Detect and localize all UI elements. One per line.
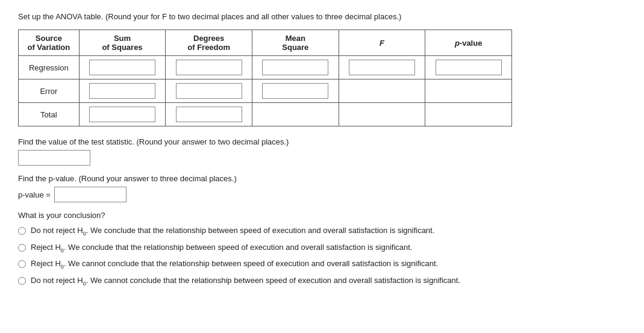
test-statistic-input-wrapper [18, 150, 626, 166]
input-error-ms[interactable] [262, 83, 328, 99]
radio-opt4-label: Do not reject H0. We cannot conclude tha… [31, 276, 460, 287]
header-pvalue: p-value [425, 30, 512, 56]
input-regression-f[interactable] [349, 60, 415, 75]
cell-error-ss[interactable] [79, 79, 166, 103]
cell-regression-pvalue[interactable] [425, 56, 512, 79]
input-regression-pvalue[interactable] [436, 60, 502, 75]
pvalue-input-wrapper: p-value = [18, 187, 626, 202]
cell-error-ms[interactable] [252, 79, 339, 103]
cell-total-ss[interactable] [79, 103, 166, 126]
table-row: Regression [19, 56, 512, 79]
input-regression-ss[interactable] [89, 60, 155, 75]
input-error-df[interactable] [176, 83, 242, 99]
input-regression-df[interactable] [176, 60, 242, 75]
table-row: Error [19, 79, 512, 103]
header-mean: MeanSquare [252, 30, 339, 56]
input-error-ss[interactable] [89, 83, 155, 99]
pvalue-section: Find the p-value. (Round your answer to … [18, 174, 626, 202]
pvalue-find-label: Find the p-value. (Round your answer to … [18, 174, 626, 183]
cell-regression-df[interactable] [166, 56, 252, 79]
test-statistic-label: Find the value of the test statistic. (R… [18, 137, 626, 146]
pvalue-prefix: p-value = [18, 190, 51, 199]
table-row: Total [19, 103, 512, 126]
radio-option-1: Do not reject H0. We conclude that the r… [18, 226, 626, 237]
header-f: F [339, 30, 425, 56]
anova-table: Sourceof Variation Sumof Squares Degrees… [18, 30, 512, 126]
cell-regression-f[interactable] [339, 56, 425, 79]
cell-regression-ms[interactable] [252, 56, 339, 79]
instruction-text: Set up the ANOVA table. (Round your for … [18, 12, 626, 21]
test-statistic-input[interactable] [18, 150, 90, 166]
cell-error-df[interactable] [166, 79, 252, 103]
input-total-ss[interactable] [89, 107, 155, 122]
header-sum: Sumof Squares [79, 30, 166, 56]
radio-option-3: Reject H0. We cannot conclude that the r… [18, 259, 626, 270]
radio-opt4[interactable] [18, 277, 26, 285]
pvalue-input[interactable] [54, 187, 127, 202]
radio-opt1[interactable] [18, 227, 26, 235]
row-label-regression: Regression [19, 56, 80, 79]
header-degrees: Degreesof Freedom [166, 30, 252, 56]
radio-opt3-label: Reject H0. We cannot conclude that the r… [31, 259, 438, 270]
test-statistic-section: Find the value of the test statistic. (R… [18, 137, 626, 166]
cell-total-pvalue [425, 103, 512, 126]
cell-error-pvalue [425, 79, 512, 103]
header-source: Sourceof Variation [19, 30, 80, 56]
cell-error-f [339, 79, 425, 103]
radio-opt3[interactable] [18, 260, 26, 268]
radio-option-2: Reject H0. We conclude that the relation… [18, 243, 626, 254]
row-label-total: Total [19, 103, 80, 126]
radio-opt1-label: Do not reject H0. We conclude that the r… [31, 226, 434, 237]
input-regression-ms[interactable] [262, 60, 328, 75]
cell-regression-ss[interactable] [79, 56, 166, 79]
conclusion-section: What is your conclusion? Do not reject H… [18, 211, 626, 286]
conclusion-label: What is your conclusion? [18, 211, 626, 220]
input-total-df[interactable] [176, 107, 242, 122]
cell-total-f [339, 103, 425, 126]
radio-opt2-label: Reject H0. We conclude that the relation… [31, 243, 412, 254]
cell-total-df[interactable] [166, 103, 252, 126]
radio-opt2[interactable] [18, 244, 26, 252]
row-label-error: Error [19, 79, 80, 103]
radio-option-4: Do not reject H0. We cannot conclude tha… [18, 276, 626, 287]
cell-total-ms [252, 103, 339, 126]
